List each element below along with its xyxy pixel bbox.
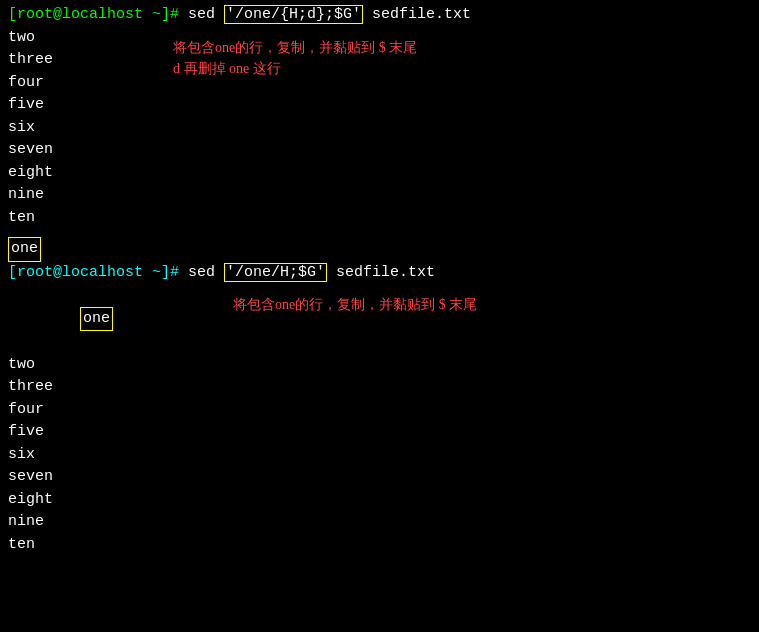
output-line-six: six — [8, 117, 53, 140]
annotation-1-line2: d 再删掉 one 这行 — [173, 58, 417, 79]
annotation-block-1: 将包含one的行，复制，并黏贴到 $ 末尾 d 再删掉 one 这行 — [173, 37, 417, 230]
output-line-seven: seven — [8, 139, 53, 162]
annotation-2-line1: 将包含one的行，复制，并黏贴到 $ 末尾 — [233, 294, 477, 315]
cmd-highlight-2: '/one/H;$G' — [224, 263, 327, 282]
annotation-block-2: 将包含one的行，复制，并黏贴到 $ 末尾 — [233, 294, 477, 556]
command-line-1: [root@localhost ~]# sed '/one/{H;d};$G' … — [8, 4, 751, 27]
separator-1 — [8, 229, 751, 237]
output-line-four-2: four — [8, 399, 113, 422]
output-lines-1: two three four five six seven eight nine… — [8, 27, 53, 230]
output-line-one-2: one — [8, 284, 113, 354]
output-line-five: five — [8, 94, 53, 117]
one-highlight-box: one — [8, 237, 41, 262]
output-line-ten-2: ten — [8, 534, 113, 557]
output-lines-2: one two three four five six seven eight … — [8, 284, 113, 556]
output-line-three-2: three — [8, 376, 113, 399]
cmd-suffix-1: sedfile.txt — [363, 6, 471, 23]
one-highlight-box-2: one — [80, 307, 113, 332]
output-line-four: four — [8, 72, 53, 95]
output-block-1: two three four five six seven eight nine… — [8, 27, 751, 230]
cmd-suffix-2: sedfile.txt — [327, 264, 435, 281]
output-line-six-2: six — [8, 444, 113, 467]
terminal: [root@localhost ~]# sed '/one/{H;d};$G' … — [0, 0, 759, 632]
cmd-prefix-1: sed — [188, 6, 224, 23]
output-line-two: two — [8, 27, 53, 50]
output-line-two-2: two — [8, 354, 113, 377]
annotation-1-line1: 将包含one的行，复制，并黏贴到 $ 末尾 — [173, 37, 417, 58]
output-line-ten: ten — [8, 207, 53, 230]
output-line-five-2: five — [8, 421, 113, 444]
output-line-nine-2: nine — [8, 511, 113, 534]
output-line-eight-2: eight — [8, 489, 113, 512]
output-line-eight: eight — [8, 162, 53, 185]
output-line-seven-2: seven — [8, 466, 113, 489]
prompt-2: [root@localhost ~]# — [8, 264, 188, 281]
output-line-nine: nine — [8, 184, 53, 207]
cmd-prefix-2: sed — [188, 264, 224, 281]
cmd-highlight-1: '/one/{H;d};$G' — [224, 5, 363, 24]
command-line-2: [root@localhost ~]# sed '/one/H;$G' sedf… — [8, 262, 751, 285]
prompt-1: [root@localhost ~]# — [8, 6, 188, 23]
output-line-three: three — [8, 49, 53, 72]
one-line-1: one — [8, 237, 751, 262]
output-block-2: one two three four five six seven eight … — [8, 284, 751, 556]
